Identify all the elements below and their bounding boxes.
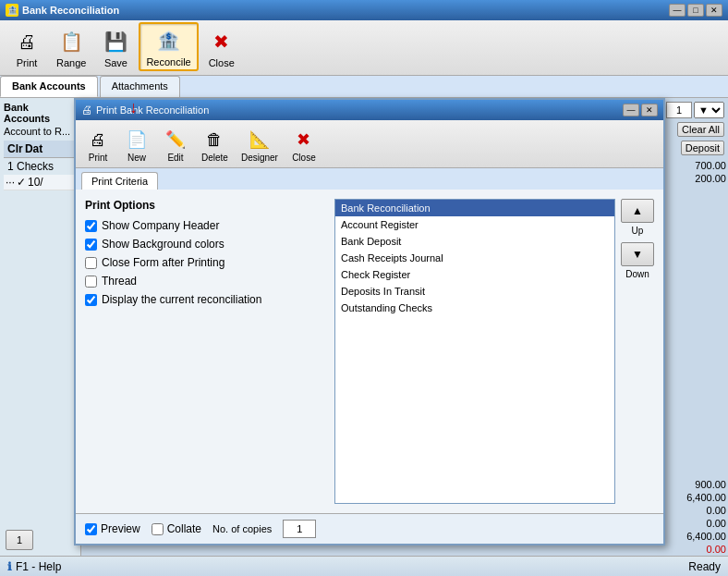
checkbox-company-header: Show Company Header <box>85 219 325 232</box>
close-window-button[interactable]: ✕ <box>706 4 722 17</box>
red-arrow-indicator: ↓ <box>129 98 138 117</box>
report-item-account-register[interactable]: Account Register <box>335 216 614 233</box>
dialog-title-bar: 🖨 Print Bank Reconciliation — ✕ <box>76 100 663 120</box>
close-button[interactable]: ✖ Close <box>200 24 243 71</box>
dialog-new-label: New <box>127 153 146 163</box>
report-item-check-register[interactable]: Check Register <box>335 266 614 283</box>
deposit-button[interactable]: Deposit <box>681 141 724 155</box>
dialog-new-button[interactable]: 📄 New <box>118 125 155 165</box>
table-header: Clr Dat <box>4 141 77 158</box>
page-number-input[interactable] <box>666 102 692 118</box>
dialog-footer: Preview Collate No. of copies <box>76 513 663 544</box>
account-to-label: Account to R... <box>4 126 77 137</box>
range-icon: 📋 <box>56 27 86 56</box>
main-tabs: Bank Accounts Attachments <box>0 76 728 98</box>
page-dropdown[interactable]: ▼ <box>694 102 724 118</box>
reconcile-icon: 🏦 <box>154 26 184 55</box>
checkbox-current-reconciliation-input[interactable] <box>85 294 97 306</box>
checkbox-company-header-label: Show Company Header <box>102 219 219 232</box>
dialog-close-button[interactable]: ✖ Close <box>285 125 322 165</box>
tab-attachments[interactable]: Attachments <box>100 76 180 97</box>
close-icon: ✖ <box>207 27 237 56</box>
report-item-cash-receipts[interactable]: Cash Receipts Journal <box>335 250 614 266</box>
print-options-title: Print Options <box>85 199 325 212</box>
maximize-button[interactable]: □ <box>687 4 704 17</box>
dialog-print-button[interactable]: 🖨 Print <box>79 125 116 165</box>
save-label: Save <box>104 57 127 68</box>
reconcile-button[interactable]: 🏦 Reconcile <box>139 22 198 71</box>
copies-input[interactable] <box>283 520 316 538</box>
help-icon: ℹ <box>7 560 12 573</box>
dialog-designer-label: Designer <box>241 153 278 163</box>
checkbox-bg-colors-input[interactable] <box>85 239 97 251</box>
checkbox-thread-input[interactable] <box>85 276 97 288</box>
tab-bank-accounts[interactable]: Bank Accounts <box>0 76 98 97</box>
help-text: F1 - Help <box>16 560 61 573</box>
dialog-new-icon: 📄 <box>124 127 150 153</box>
row-date: 10/ <box>28 176 43 189</box>
copies-label: No. of copies <box>212 523 272 534</box>
dialog-minimize[interactable]: — <box>623 104 639 116</box>
down-label: Down <box>621 269 654 279</box>
dialog-delete-button[interactable]: 🗑 Delete <box>196 125 234 165</box>
minimize-button[interactable]: — <box>669 4 686 17</box>
print-icon: 🖨 <box>12 27 42 56</box>
collate-checkbox[interactable] <box>152 523 164 535</box>
window-title: Bank Reconciliation <box>22 5 119 16</box>
page-number[interactable]: 1 <box>6 530 33 550</box>
nav-up-button[interactable]: ▲ <box>621 199 654 223</box>
dialog-body: Print Options Show Company Header Show B… <box>76 190 663 513</box>
print-options-panel: Print Options Show Company Header Show B… <box>85 199 325 504</box>
checkbox-company-header-input[interactable] <box>85 220 97 232</box>
dialog-print-icon: 🖨 <box>85 127 111 153</box>
report-item-bank-deposit[interactable]: Bank Deposit <box>335 233 614 250</box>
report-list-area: Bank Reconciliation Account Register Ban… <box>334 199 654 504</box>
data-row-1: ··· ✓ 10/ <box>4 175 77 190</box>
dialog-close-icon: ✖ <box>291 127 317 153</box>
title-bar: 🏦 Bank Reconciliation — □ ✕ <box>0 0 728 20</box>
main-content: Bank Accounts Account to R... Clr Dat 1 … <box>0 98 728 556</box>
print-button[interactable]: 🖨 Print <box>6 24 48 71</box>
status-text: Ready <box>688 560 721 573</box>
status-bar: ℹ F1 - Help Ready <box>0 556 728 576</box>
preview-checkbox[interactable] <box>85 523 97 535</box>
preview-checkbox-container: Preview <box>85 522 140 535</box>
down-icon: ▼ <box>632 248 643 261</box>
close-label: Close <box>209 57 235 68</box>
nav-down-button[interactable]: ▼ <box>621 242 654 266</box>
dialog-edit-button[interactable]: ✏️ Edit <box>157 125 194 165</box>
checks-count-row: 1 Checks <box>4 158 77 175</box>
checkbox-thread-label: Thread <box>102 275 137 288</box>
dialog-close[interactable]: ✕ <box>641 104 658 116</box>
report-item-outstanding-checks[interactable]: Outstanding Checks <box>335 300 614 316</box>
up-label: Up <box>621 226 654 236</box>
criteria-tab-print[interactable]: Print Criteria <box>81 172 158 190</box>
dialog-designer-button[interactable]: 📐 Designer <box>236 125 284 165</box>
collate-label: Collate <box>167 522 201 535</box>
checkbox-close-form-input[interactable] <box>85 257 97 269</box>
report-item-deposits-transit[interactable]: Deposits In Transit <box>335 283 614 300</box>
checkbox-bg-colors: Show Background colors <box>85 238 325 251</box>
checkbox-current-reconciliation: Display the current reconciliation <box>85 293 325 306</box>
save-icon: 💾 <box>101 27 130 56</box>
col-clr-header: Clr <box>7 142 25 155</box>
dialog-controls: — ✕ <box>623 104 658 116</box>
app-icon: 🏦 <box>6 4 18 17</box>
checkbox-close-form-label: Close Form after Printing <box>102 256 224 269</box>
range-button[interactable]: 📋 Range <box>50 24 92 71</box>
checkbox-current-reconciliation-label: Display the current reconciliation <box>102 293 261 306</box>
print-dialog: 🖨 Print Bank Reconciliation — ✕ 🖨 Print … <box>74 98 665 545</box>
main-toolbar: 🖨 Print 📋 Range 💾 Save 🏦 Reconcile ✖ Clo… <box>0 20 728 76</box>
dialog-delete-label: Delete <box>201 153 228 163</box>
report-item-bank-reconciliation[interactable]: Bank Reconciliation <box>335 200 614 216</box>
dialog-print-label: Print <box>89 153 108 163</box>
checkbox-bg-colors-label: Show Background colors <box>102 238 224 251</box>
checks-count-text: 1 Checks <box>7 160 54 173</box>
dialog-close-label: Close <box>292 153 316 163</box>
save-button[interactable]: 💾 Save <box>94 24 137 71</box>
dialog-toolbar: 🖨 Print 📄 New ✏️ Edit 🗑 Delete 📐 Designe… <box>76 120 663 168</box>
report-list: Bank Reconciliation Account Register Ban… <box>334 199 615 504</box>
clear-all-button[interactable]: Clear All <box>677 122 724 137</box>
section-title: Bank Accounts <box>4 102 77 124</box>
dialog-designer-icon: 📐 <box>247 127 273 153</box>
